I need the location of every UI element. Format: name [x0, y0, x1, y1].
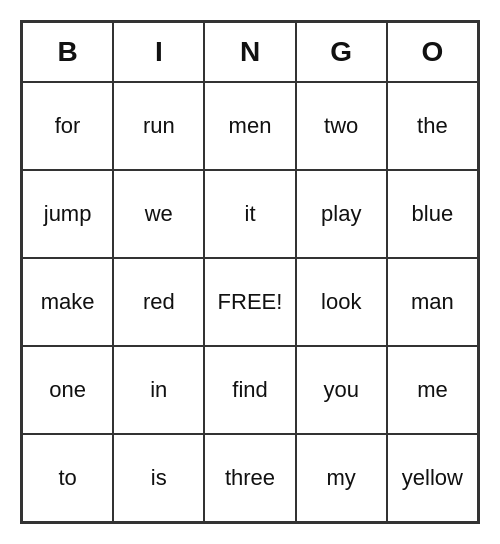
bingo-row-1: jumpweitplayblue	[22, 170, 478, 258]
cell-1-4[interactable]: blue	[387, 170, 478, 258]
bingo-row-4: toisthreemyyellow	[22, 434, 478, 522]
cell-4-2[interactable]: three	[204, 434, 295, 522]
cell-4-3[interactable]: my	[296, 434, 387, 522]
cell-2-3[interactable]: look	[296, 258, 387, 346]
cell-3-4[interactable]: me	[387, 346, 478, 434]
bingo-row-0: forrunmentwothe	[22, 82, 478, 170]
cell-0-0[interactable]: for	[22, 82, 113, 170]
cell-4-4[interactable]: yellow	[387, 434, 478, 522]
cell-3-2[interactable]: find	[204, 346, 295, 434]
cell-1-0[interactable]: jump	[22, 170, 113, 258]
cell-0-4[interactable]: the	[387, 82, 478, 170]
cell-1-1[interactable]: we	[113, 170, 204, 258]
bingo-card: BINGO forrunmentwothejumpweitplaybluemak…	[20, 20, 480, 524]
cell-2-1[interactable]: red	[113, 258, 204, 346]
cell-4-1[interactable]: is	[113, 434, 204, 522]
cell-3-0[interactable]: one	[22, 346, 113, 434]
cell-3-3[interactable]: you	[296, 346, 387, 434]
cell-1-3[interactable]: play	[296, 170, 387, 258]
cell-0-1[interactable]: run	[113, 82, 204, 170]
header-cell-G: G	[296, 22, 387, 82]
cell-2-4[interactable]: man	[387, 258, 478, 346]
bingo-row-2: makeredFREE!lookman	[22, 258, 478, 346]
cell-4-0[interactable]: to	[22, 434, 113, 522]
header-cell-N: N	[204, 22, 295, 82]
cell-0-2[interactable]: men	[204, 82, 295, 170]
cell-1-2[interactable]: it	[204, 170, 295, 258]
header-cell-I: I	[113, 22, 204, 82]
cell-3-1[interactable]: in	[113, 346, 204, 434]
cell-2-2[interactable]: FREE!	[204, 258, 295, 346]
header-cell-O: O	[387, 22, 478, 82]
header-cell-B: B	[22, 22, 113, 82]
bingo-row-3: oneinfindyoume	[22, 346, 478, 434]
cell-0-3[interactable]: two	[296, 82, 387, 170]
cell-2-0[interactable]: make	[22, 258, 113, 346]
header-row: BINGO	[22, 22, 478, 82]
